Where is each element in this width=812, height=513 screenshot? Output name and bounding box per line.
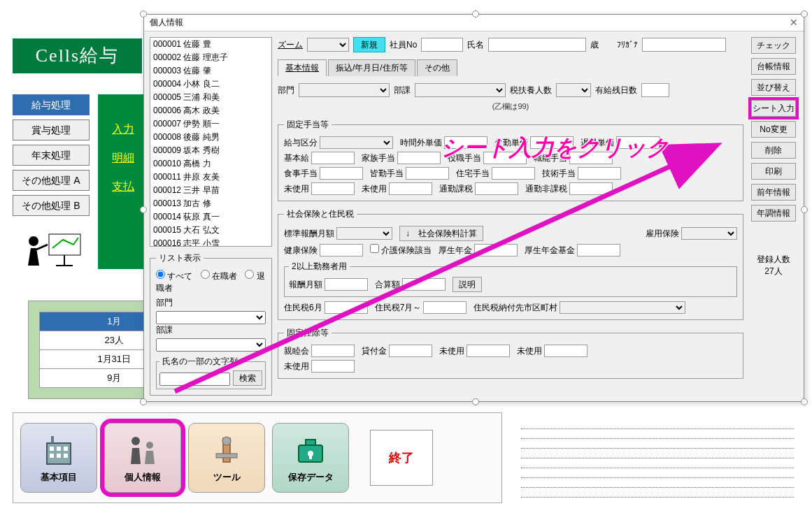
tech-input[interactable] [578, 167, 621, 180]
deduction-group: 固定控除等 親睦会 貸付金 未使用 未使用 未使用 [278, 327, 743, 379]
welfare-fund-input[interactable] [577, 244, 620, 256]
saved-data-button[interactable]: 保存データ [272, 423, 349, 493]
explain-button[interactable]: 説明 [453, 277, 482, 292]
close-icon[interactable]: ✕ [790, 17, 798, 29]
filter-section-select[interactable] [156, 338, 266, 352]
radio-all[interactable]: すべて [156, 271, 192, 281]
family-input[interactable] [397, 152, 441, 164]
employee-row[interactable]: 000007 伊勢 順一 [150, 117, 271, 131]
ded-unused3-input[interactable] [311, 360, 355, 373]
ded-unused1-input[interactable] [466, 345, 510, 357]
absence-rate-input[interactable] [530, 136, 574, 149]
care-checkbox[interactable]: 介護保険該当 [370, 244, 432, 256]
section-select[interactable] [415, 83, 506, 97]
employee-row[interactable]: 000003 佐藤 肇 [150, 64, 271, 78]
nav-給与処理[interactable]: 給与処理 [13, 94, 90, 115]
side-btn-No変更[interactable]: No変更 [751, 121, 796, 138]
health-input[interactable] [320, 244, 363, 256]
nav-賞与処理[interactable]: 賞与処理 [13, 120, 90, 140]
employee-row[interactable]: 000010 高橋 力 [150, 157, 271, 171]
employee-row[interactable]: 000008 後藤 純男 [150, 131, 271, 144]
total-input[interactable] [402, 278, 446, 291]
paid-leave-input[interactable] [641, 83, 669, 97]
calc-insurance-button[interactable]: ↓ 社会保険料計算 [399, 226, 483, 241]
exit-button[interactable]: 終了 [370, 430, 433, 486]
salary-type-select[interactable] [320, 136, 393, 149]
unused1-input[interactable] [311, 182, 355, 195]
name-search-input[interactable] [159, 373, 230, 386]
employee-list[interactable]: 000001 佐藤 豊000002 佐藤 理恵子000003 佐藤 肇00000… [150, 37, 272, 247]
ot-rate-input[interactable] [444, 136, 487, 149]
employee-row[interactable]: 000002 佐藤 理恵子 [150, 51, 271, 64]
attendance-input[interactable] [406, 167, 449, 180]
tools-button[interactable]: ツール [188, 423, 265, 493]
side-btn-チェック[interactable]: チェック [751, 37, 796, 54]
name-search-legend: 氏名の一部の文字列 [159, 356, 241, 368]
employee-row[interactable]: 000005 三浦 和美 [150, 91, 271, 104]
tab-1[interactable]: 振込/年月日/住所等 [328, 59, 415, 76]
rtax6-input[interactable] [325, 301, 368, 314]
resize-handle[interactable] [472, 10, 479, 17]
new-button[interactable]: 新規 [353, 37, 385, 52]
resize-handle[interactable] [140, 10, 147, 17]
employee-row[interactable]: 000006 高木 政美 [150, 104, 271, 117]
side-btn-台帳情報[interactable]: 台帳情報 [751, 58, 796, 75]
meal-input[interactable] [320, 167, 363, 180]
emp-no-input[interactable] [421, 38, 463, 52]
side-btn-印刷[interactable]: 印刷 [751, 163, 796, 180]
commute-tax-input[interactable] [475, 182, 518, 195]
resize-handle[interactable] [140, 398, 147, 405]
employee-row[interactable]: 000012 三井 早苗 [150, 184, 271, 197]
employee-row[interactable]: 000011 井原 友美 [150, 171, 271, 184]
side-btn-削除[interactable]: 削除 [751, 142, 796, 159]
side-btn-前年情報[interactable]: 前年情報 [751, 184, 796, 201]
commute-notax-input[interactable] [569, 182, 613, 195]
resize-handle[interactable] [140, 206, 147, 213]
position-input[interactable] [483, 152, 527, 164]
employee-row[interactable]: 000016 志平 小雪 [150, 237, 271, 247]
zoom-select[interactable] [307, 38, 349, 52]
nav-その他処理 A[interactable]: その他処理 A [13, 170, 90, 191]
mutual-input[interactable] [311, 345, 355, 357]
name-input[interactable] [488, 38, 586, 52]
radio-current[interactable]: 在職者 [201, 271, 237, 281]
nav-その他処理 B[interactable]: その他処理 B [13, 195, 90, 216]
welfare-input[interactable] [474, 244, 518, 256]
unused2-input[interactable] [389, 182, 432, 195]
resize-handle[interactable] [801, 398, 808, 405]
loan-input[interactable] [389, 345, 432, 357]
monthly-input[interactable] [325, 278, 368, 291]
skill-input[interactable] [569, 152, 613, 164]
basic-items-button[interactable]: 基本項目 [20, 423, 97, 493]
employee-row[interactable]: 000001 佐藤 豊 [150, 38, 271, 51]
employee-row[interactable]: 000004 小林 良二 [150, 78, 271, 91]
rtax-dest-select[interactable] [560, 301, 685, 314]
rtax7-input[interactable] [423, 301, 466, 314]
std-monthly-select[interactable] [336, 227, 392, 240]
kana-input[interactable] [642, 38, 726, 52]
resize-handle[interactable] [801, 10, 808, 17]
emp-ins-select[interactable] [681, 227, 737, 240]
personal-info-button[interactable]: 個人情報 [104, 423, 181, 493]
base-input[interactable] [311, 152, 355, 164]
resize-handle[interactable] [472, 398, 479, 405]
ded-unused2-input[interactable] [544, 345, 587, 357]
employee-row[interactable]: 000013 加古 修 [150, 197, 271, 210]
tab-0[interactable]: 基本情報 [278, 59, 327, 76]
employee-row[interactable]: 000014 荻原 真一 [150, 210, 271, 224]
search-button[interactable]: 検索 [233, 370, 262, 386]
late-rate-input[interactable] [616, 136, 660, 149]
side-btn-年調情報[interactable]: 年調情報 [751, 205, 796, 222]
nav-年末処理[interactable]: 年末処理 [13, 145, 90, 166]
tab-2[interactable]: その他 [417, 59, 457, 76]
employee-row[interactable]: 000009 坂本 秀樹 [150, 144, 271, 157]
resize-handle[interactable] [801, 206, 808, 213]
filter-dept-select[interactable] [156, 311, 266, 324]
side-btn-並び替え[interactable]: 並び替え [751, 79, 796, 96]
dept-select[interactable] [299, 83, 390, 97]
housing-input[interactable] [492, 167, 535, 180]
svg-rect-6 [50, 447, 54, 451]
dependents-select[interactable] [556, 83, 591, 97]
employee-row[interactable]: 000015 大石 弘文 [150, 224, 271, 237]
side-btn-シート入力[interactable]: シート入力 [751, 100, 796, 117]
